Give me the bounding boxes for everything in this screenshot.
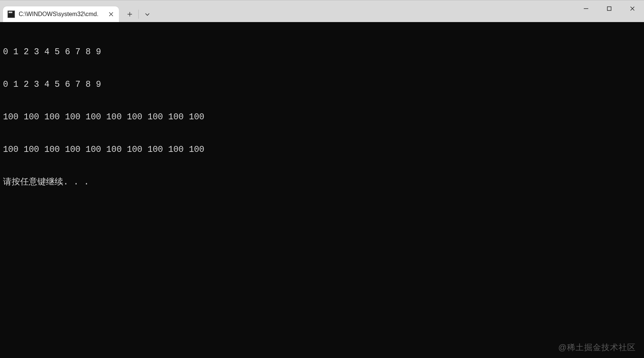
minimize-icon — [583, 6, 589, 11]
maximize-button[interactable] — [598, 0, 621, 17]
terminal-body[interactable]: 0 1 2 3 4 5 6 7 8 9 0 1 2 3 4 5 6 7 8 9 … — [0, 22, 644, 358]
tab-title: C:\WINDOWS\system32\cmd. — [19, 11, 103, 18]
minimize-button[interactable] — [574, 0, 598, 17]
watermark: @稀土掘金技术社区 — [558, 342, 636, 353]
terminal-window: C:\WINDOWS\system32\cmd. — [0, 0, 644, 358]
tab-cmd[interactable]: C:\WINDOWS\system32\cmd. — [3, 6, 119, 22]
cmd-favicon — [7, 10, 15, 18]
close-icon — [109, 12, 113, 16]
tab-dropdown-button[interactable] — [139, 6, 156, 22]
titlebar: C:\WINDOWS\system32\cmd. — [0, 0, 644, 22]
window-controls — [574, 0, 644, 17]
terminal-line: 请按任意键继续. . . — [3, 177, 641, 188]
terminal-line: 0 1 2 3 4 5 6 7 8 9 — [3, 47, 641, 58]
tab-close-button[interactable] — [107, 10, 115, 18]
maximize-icon — [607, 6, 612, 11]
svg-rect-0 — [607, 7, 611, 10]
window-close-button[interactable] — [621, 0, 644, 17]
plus-icon — [127, 12, 132, 17]
new-tab-button[interactable] — [121, 6, 138, 22]
tab-actions — [121, 6, 156, 22]
terminal-line: 100 100 100 100 100 100 100 100 100 100 — [3, 144, 641, 155]
terminal-line: 100 100 100 100 100 100 100 100 100 100 — [3, 112, 641, 123]
window-close-icon — [630, 6, 635, 11]
terminal-line: 0 1 2 3 4 5 6 7 8 9 — [3, 79, 641, 90]
chevron-down-icon — [145, 12, 150, 17]
